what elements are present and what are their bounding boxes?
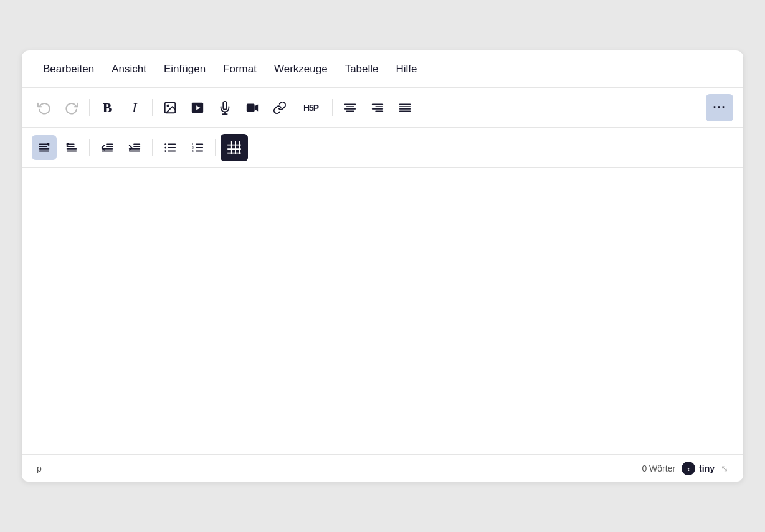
svg-point-41: [164, 150, 166, 152]
svg-point-39: [164, 143, 166, 145]
align-right-button[interactable]: [365, 95, 390, 120]
align-right-icon: [371, 101, 384, 115]
current-element-indicator: p: [37, 463, 42, 473]
toolbar-row-2: 1 2 3: [22, 128, 743, 168]
more-icon: ···: [713, 101, 726, 114]
video-icon: [245, 101, 260, 115]
separator-1: [89, 99, 90, 116]
bold-icon: B: [103, 100, 112, 116]
separator-5: [152, 139, 153, 156]
menu-hilfe[interactable]: Hilfe: [390, 59, 424, 79]
bullet-list-button[interactable]: [158, 135, 183, 160]
menu-tabelle[interactable]: Tabelle: [339, 59, 385, 79]
separator-4: [89, 139, 90, 156]
insert-table-button[interactable]: [221, 134, 248, 161]
link-icon: [273, 101, 287, 115]
redo-button[interactable]: [59, 95, 84, 120]
svg-rect-48: [227, 141, 241, 154]
insert-link-button[interactable]: [267, 95, 292, 120]
separator-2: [152, 99, 153, 116]
outdent-icon: [100, 141, 114, 154]
resize-handle[interactable]: ⤡: [721, 463, 728, 473]
ltr-icon: [65, 141, 78, 154]
h5p-icon: H5P: [303, 103, 318, 113]
svg-marker-7: [255, 104, 259, 111]
indent-button[interactable]: [122, 135, 147, 160]
menu-bar: Bearbeiten Ansicht Einfügen Format Werkz…: [22, 50, 743, 88]
rtl-button[interactable]: [32, 135, 57, 160]
insert-audio-button[interactable]: [212, 95, 237, 120]
numbered-list-icon: 1 2 3: [191, 141, 204, 154]
word-count: 0 Wörter: [642, 463, 675, 473]
status-right-section: 0 Wörter t tiny ⤡: [642, 462, 728, 475]
italic-button[interactable]: I: [122, 95, 147, 120]
bold-button[interactable]: B: [95, 95, 120, 120]
insert-image-button[interactable]: [158, 95, 183, 120]
svg-rect-6: [247, 103, 255, 112]
ltr-button[interactable]: [59, 135, 84, 160]
italic-icon: I: [132, 100, 136, 116]
svg-text:t: t: [688, 467, 690, 472]
more-button[interactable]: ···: [706, 94, 733, 121]
tiny-logo-icon: t: [682, 462, 695, 475]
editor-content-area[interactable]: [22, 168, 743, 454]
svg-point-40: [164, 146, 166, 148]
outdent-button[interactable]: [95, 135, 120, 160]
menu-einfuegen[interactable]: Einfügen: [158, 59, 212, 79]
bullet-list-icon: [163, 141, 177, 154]
menu-ansicht[interactable]: Ansicht: [105, 59, 153, 79]
tiny-branding: t tiny: [682, 462, 715, 475]
media-icon: [191, 101, 204, 115]
toolbar-row-1: B I: [22, 88, 743, 128]
align-center-button[interactable]: [338, 95, 363, 120]
justify-button[interactable]: [392, 95, 417, 120]
insert-video-button[interactable]: [240, 95, 265, 120]
menu-bearbeiten[interactable]: Bearbeiten: [37, 59, 100, 79]
editor-container: Bearbeiten Ansicht Einfügen Format Werkz…: [21, 50, 744, 482]
rtl-icon: [37, 141, 51, 154]
tiny-label: tiny: [699, 463, 715, 473]
table-icon: [226, 140, 242, 156]
separator-6: [215, 139, 216, 156]
status-bar: p 0 Wörter t tiny ⤡: [22, 454, 743, 482]
align-center-icon: [343, 101, 357, 115]
indent-icon: [128, 141, 141, 154]
image-icon: [163, 101, 177, 115]
menu-format[interactable]: Format: [217, 59, 263, 79]
svg-point-1: [167, 105, 169, 107]
svg-text:3: 3: [192, 149, 194, 153]
justify-icon: [398, 101, 412, 115]
undo-button[interactable]: [32, 95, 57, 120]
menu-werkzeuge[interactable]: Werkzeuge: [268, 59, 334, 79]
h5p-button[interactable]: H5P: [295, 95, 327, 120]
separator-3: [332, 99, 333, 116]
numbered-list-button[interactable]: 1 2 3: [185, 135, 210, 160]
insert-media-button[interactable]: [185, 95, 210, 120]
microphone-icon: [218, 101, 232, 115]
